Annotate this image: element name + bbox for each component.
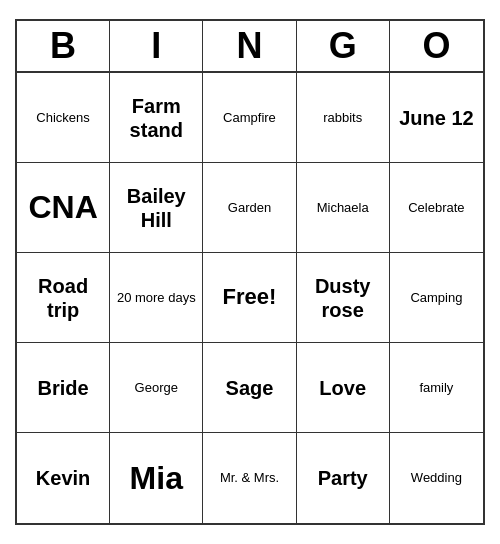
bingo-cell: Wedding [390,433,483,523]
bingo-header: BINGO [17,21,483,73]
bingo-cell: Farm stand [110,73,203,163]
bingo-cell: Road trip [17,253,110,343]
bingo-cell: Party [297,433,390,523]
bingo-cell: Bride [17,343,110,433]
bingo-grid: ChickensFarm standCampfirerabbitsJune 12… [17,73,483,523]
bingo-cell: Dusty rose [297,253,390,343]
header-letter: G [297,21,390,71]
bingo-cell: Mr. & Mrs. [203,433,296,523]
bingo-cell: Kevin [17,433,110,523]
bingo-cell: 20 more days [110,253,203,343]
header-letter: O [390,21,483,71]
header-letter: B [17,21,110,71]
bingo-cell: Bailey Hill [110,163,203,253]
bingo-cell: family [390,343,483,433]
header-letter: N [203,21,296,71]
bingo-card: BINGO ChickensFarm standCampfirerabbitsJ… [15,19,485,525]
bingo-cell: Love [297,343,390,433]
bingo-cell: Celebrate [390,163,483,253]
bingo-cell: George [110,343,203,433]
bingo-cell: Chickens [17,73,110,163]
bingo-cell: Michaela [297,163,390,253]
bingo-cell: Mia [110,433,203,523]
bingo-cell: Campfire [203,73,296,163]
bingo-cell: rabbits [297,73,390,163]
bingo-cell: Garden [203,163,296,253]
bingo-cell: Free! [203,253,296,343]
bingo-cell: Camping [390,253,483,343]
bingo-cell: June 12 [390,73,483,163]
bingo-cell: Sage [203,343,296,433]
bingo-cell: CNA [17,163,110,253]
header-letter: I [110,21,203,71]
